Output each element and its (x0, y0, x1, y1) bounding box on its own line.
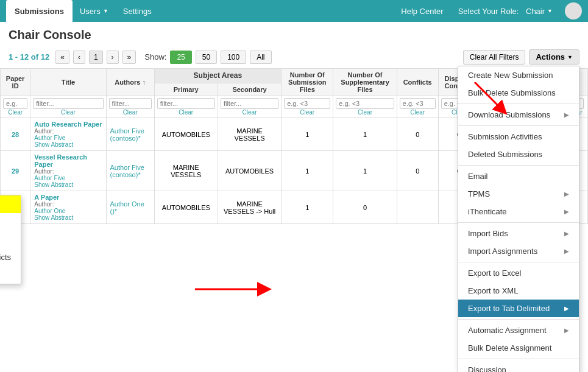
filter-authors-input[interactable] (109, 98, 152, 109)
row-28-id: 28 (1, 118, 30, 151)
filter-suppfiles-clear[interactable]: Clear (336, 109, 394, 116)
tpms-item[interactable]: TPMS ▶ (458, 185, 579, 203)
submenu-submissions-item[interactable]: Submissions (0, 195, 21, 213)
row-28-secondary: MARINE VESSELS (218, 118, 281, 151)
row-14-suppfiles: 0 (333, 191, 397, 224)
filter-paper-id-input[interactable] (3, 98, 27, 109)
settings-nav-item[interactable]: Settings (116, 3, 159, 19)
row-28-author-name[interactable]: Author Five (34, 135, 102, 141)
filter-paper-id-cell: Clear (1, 96, 30, 118)
import-bids-item[interactable]: Import Bids ▶ (458, 225, 579, 242)
avatar[interactable] (565, 2, 582, 19)
next-page-btn[interactable]: › (107, 51, 119, 64)
export-tab-delimited-item[interactable]: Export to Tab Delimited ▶ (458, 300, 579, 317)
th-subject-areas: Subject Areas (154, 69, 282, 83)
row-28-subfiles: 1 (282, 118, 333, 151)
email-item[interactable]: Email (458, 167, 579, 185)
row-29-authors: Author Five (contoso)* (106, 151, 154, 191)
row-14-primary: AUTOMOBILES (154, 191, 218, 224)
submenu-senior-meta-reviewer-conflicts-item[interactable]: Senior Meta-Reviewer Conflicts (0, 248, 21, 266)
bulk-delete-submissions-item[interactable]: Bulk Delete Submissions (458, 84, 579, 102)
row-29-author-detail: Author Five (contoso)* (110, 164, 151, 178)
row-29-author-name[interactable]: Author Five (34, 175, 102, 181)
ithenticate-arrow-icon: ▶ (564, 208, 569, 215)
row-29-conflicts: 0 (397, 151, 438, 191)
filter-title-cell: Clear (30, 96, 106, 118)
filter-primary-input[interactable] (157, 98, 215, 109)
row-14-title[interactable]: A Paper (34, 194, 102, 201)
export-tab-arrow-icon: ▶ (564, 305, 569, 312)
submenu-reviewer-conflicts-item[interactable]: Reviewer Conflicts (0, 213, 21, 231)
row-29-secondary: AUTOMOBILES (218, 151, 281, 191)
row-29-title-cell: Vessel Research Paper Author: Author Fiv… (30, 151, 106, 191)
filter-title-clear[interactable]: Clear (33, 109, 103, 116)
row-29-suppfiles: 1 (333, 151, 397, 191)
filter-paper-id-clear[interactable]: Clear (3, 109, 27, 116)
tpms-arrow-icon: ▶ (564, 191, 569, 197)
submission-activities-item[interactable]: Submission Activities (458, 128, 579, 146)
role-selector[interactable]: Select Your Role: Chair ▼ (451, 3, 560, 19)
filter-subfiles-clear[interactable]: Clear (284, 109, 330, 116)
row-28-primary: AUTOMOBILES (154, 118, 218, 151)
divider-6 (458, 319, 579, 320)
submissions-tab[interactable]: Submissions (6, 0, 73, 22)
submenu-meta-reviewer-conflicts-item[interactable]: Meta-Reviewer Conflicts (0, 231, 21, 248)
show-all-btn[interactable]: All (250, 51, 271, 64)
export-xml-item[interactable]: Export to XML (458, 282, 579, 300)
show-100-btn[interactable]: 100 (221, 51, 246, 64)
users-nav-item[interactable]: Users ▼ (73, 3, 116, 19)
th-primary: Primary (154, 83, 218, 96)
import-assignments-item[interactable]: Import Assignments ▶ (458, 242, 579, 260)
show-25-btn[interactable]: 25 (170, 51, 191, 64)
filter-title-input[interactable] (33, 98, 103, 109)
submenu-reviewer-relevance-scores-item[interactable]: Reviewer Relevance Scores (0, 266, 21, 284)
create-new-submission-item[interactable]: Create New Submission (458, 66, 579, 84)
ithenticate-item[interactable]: iThenticate ▶ (458, 203, 579, 220)
filter-conflicts-clear[interactable]: Clear (400, 109, 436, 116)
filter-conflicts-input[interactable] (400, 98, 436, 109)
th-authors: Authors ↑ (106, 69, 154, 96)
clear-all-filters-btn[interactable]: Clear All Filters (463, 50, 526, 65)
row-28-conflicts: 0 (397, 118, 438, 151)
divider-3 (458, 165, 579, 166)
actions-btn[interactable]: Actions ▼ (529, 49, 579, 65)
filter-authors-clear[interactable]: Clear (109, 109, 152, 116)
filter-subfiles-input[interactable] (284, 98, 330, 109)
row-29-title[interactable]: Vessel Research Paper (34, 153, 102, 168)
filter-primary-clear[interactable]: Clear (157, 109, 215, 116)
export-tab-submenu: Submissions Reviewer Conflicts Meta-Revi… (0, 195, 21, 284)
last-page-btn[interactable]: » (122, 51, 136, 64)
show-50-btn[interactable]: 50 (196, 51, 217, 64)
row-28-show-abstract[interactable]: Show Abstract (34, 141, 102, 148)
first-page-btn[interactable]: « (55, 51, 69, 64)
filter-secondary-clear[interactable]: Clear (221, 109, 278, 116)
row-28-title-cell: Auto Research Paper Author: Author Five … (30, 118, 106, 151)
row-14-author-name[interactable]: Author One (34, 208, 102, 214)
filter-primary-cell: Clear (154, 96, 218, 118)
discussion-item[interactable]: Discussion (458, 361, 579, 372)
import-assignments-arrow-icon: ▶ (564, 248, 569, 254)
prev-page-btn[interactable]: ‹ (73, 51, 85, 64)
help-center-nav[interactable]: Help Center (394, 3, 450, 19)
filter-subfiles-cell: Clear (282, 96, 333, 118)
row-29-primary: MARINE VESSELS (154, 151, 218, 191)
filter-secondary-input[interactable] (221, 98, 278, 109)
download-submissions-item[interactable]: Download Submissions ▶ (458, 106, 579, 124)
automatic-assignment-item[interactable]: Automatic Assignment ▶ (458, 321, 579, 339)
th-conflicts: Conflicts (397, 69, 438, 96)
bulk-delete-assignment-item[interactable]: Bulk Delete Assignment (458, 339, 579, 357)
row-14-secondary: MARINE VESSELS -> Hull (218, 191, 281, 224)
show-label: Show: (144, 52, 166, 61)
row-29-show-abstract[interactable]: Show Abstract (34, 181, 102, 188)
row-28-suppfiles: 1 (333, 118, 397, 151)
deleted-submissions-item[interactable]: Deleted Submissions (458, 146, 579, 163)
row-28-title[interactable]: Auto Research Paper (34, 121, 102, 128)
actions-label: Actions (536, 52, 565, 61)
row-14-author-label: Author: (34, 201, 102, 208)
export-excel-item[interactable]: Export to Excel (458, 264, 579, 282)
page-1-btn[interactable]: 1 (89, 51, 103, 64)
row-14-show-abstract[interactable]: Show Abstract (34, 214, 102, 221)
row-14-author-detail: Author One ()* (110, 200, 151, 215)
filter-suppfiles-input[interactable] (336, 98, 394, 109)
download-arrow-icon: ▶ (564, 111, 569, 118)
